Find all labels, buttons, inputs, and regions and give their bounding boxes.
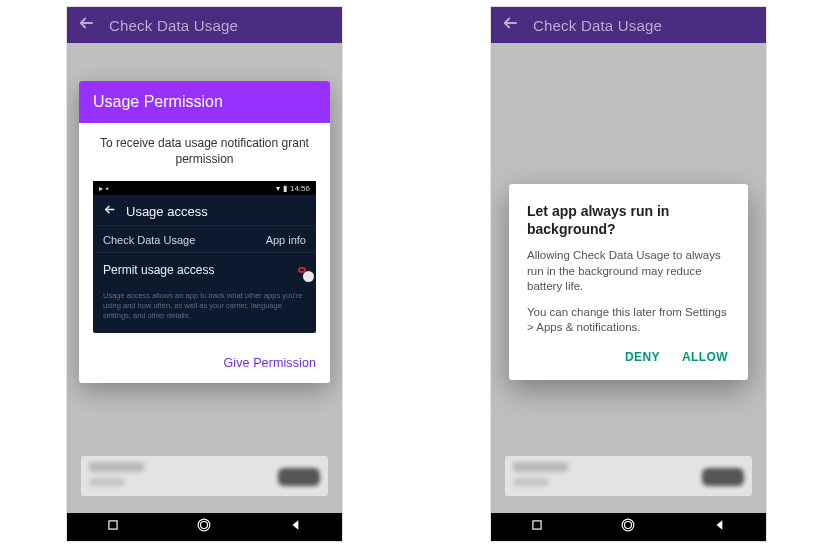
- appbar: Check Data Usage: [67, 7, 342, 43]
- mock-statusbar: ▸ ▪ ▾ ▮ 14:56: [93, 181, 316, 195]
- background-run-dialog: Let app always run in background? Allowi…: [509, 184, 748, 380]
- back-icon[interactable]: [501, 14, 519, 36]
- dialog-description: To receive data usage notification grant…: [79, 123, 330, 181]
- nav-recent-icon[interactable]: [530, 518, 544, 536]
- mock-permit-label: Permit usage access: [103, 263, 214, 277]
- appbar-title: Check Data Usage: [109, 17, 238, 34]
- svg-marker-5: [293, 520, 299, 529]
- nav-home-icon[interactable]: [621, 518, 635, 536]
- mock-screen-title: Usage access: [126, 204, 208, 219]
- svg-point-8: [625, 522, 632, 529]
- phone-right: Check Data Usage Let app always run in b…: [490, 6, 767, 542]
- dialog-actions: DENY ALLOW: [527, 346, 730, 370]
- give-permission-button[interactable]: Give Permission: [224, 356, 317, 370]
- mock-app-info-label: App info: [266, 234, 306, 246]
- back-icon[interactable]: [77, 14, 95, 36]
- nav-home-icon[interactable]: [197, 518, 211, 536]
- dialog-body-1: Allowing Check Data Usage to always run …: [527, 248, 730, 295]
- svg-point-3: [201, 522, 208, 529]
- appbar: Check Data Usage: [491, 7, 766, 43]
- notif-icon: ▸: [99, 184, 103, 193]
- mock-toggle-highlight: [298, 267, 306, 273]
- dialog-title: Let app always run in background?: [527, 202, 730, 238]
- allow-button[interactable]: ALLOW: [682, 350, 728, 364]
- nav-back-icon[interactable]: [713, 518, 727, 536]
- svg-marker-10: [717, 520, 723, 529]
- notif-icon: ▪: [106, 184, 109, 193]
- nav-recent-icon[interactable]: [106, 518, 120, 536]
- dialog-body-2: You can change this later from Settings …: [527, 305, 730, 336]
- svg-rect-2: [109, 521, 117, 529]
- mock-hint-text: Usage access allows an app to track what…: [93, 285, 316, 322]
- content-row-blurred: [81, 456, 328, 496]
- mock-back-icon: [103, 203, 116, 219]
- nav-back-icon[interactable]: [289, 518, 303, 536]
- battery-icon: ▮: [283, 184, 287, 193]
- svg-rect-7: [533, 521, 541, 529]
- settings-mock-screenshot: ▸ ▪ ▾ ▮ 14:56 Usage access Check Data Us…: [93, 181, 316, 332]
- phone-left: Check Data Usage Usage Permission To rec…: [66, 6, 343, 542]
- navbar: [491, 513, 766, 541]
- mock-time: 14:56: [290, 184, 310, 193]
- dialog-header: Usage Permission: [79, 81, 330, 123]
- mock-app-name: Check Data Usage: [103, 234, 195, 246]
- wifi-icon: ▾: [276, 184, 280, 193]
- dialog-actions: Give Permission: [79, 341, 330, 383]
- usage-permission-dialog: Usage Permission To receive data usage n…: [79, 81, 330, 383]
- navbar: [67, 513, 342, 541]
- appbar-title: Check Data Usage: [533, 17, 662, 34]
- content-row-blurred: [505, 456, 752, 496]
- deny-button[interactable]: DENY: [625, 350, 660, 364]
